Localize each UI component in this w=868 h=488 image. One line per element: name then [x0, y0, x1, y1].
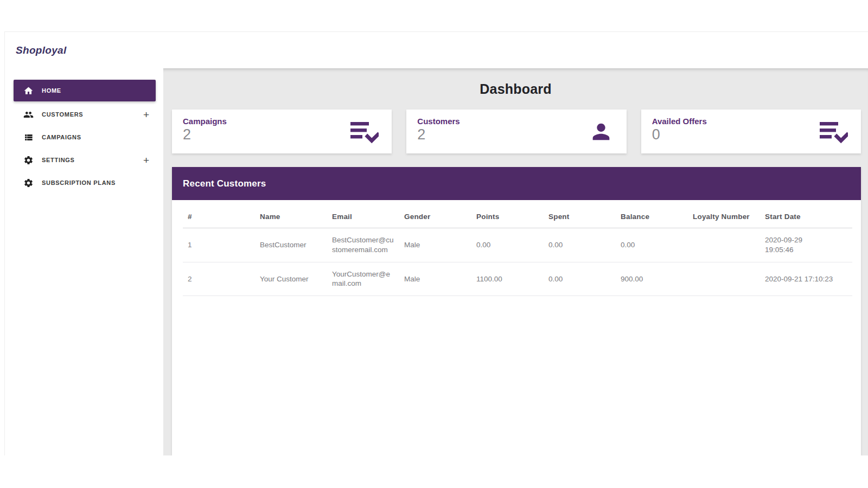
recent-customers-body: # Name Email Gender Points Spent Balance… [172, 200, 861, 455]
top-bar: Shoployal [5, 32, 868, 68]
list-icon [23, 132, 34, 143]
people-icon [23, 110, 34, 120]
sidebar-item-label: SETTINGS [42, 157, 75, 163]
stat-card-title: Customers [417, 117, 615, 126]
cell-gender: Male [399, 228, 471, 262]
stat-card-value: 2 [417, 127, 615, 143]
sidebar-item-label: SUBSCRIPTION PLANS [42, 179, 116, 186]
stat-card-customers[interactable]: Customers 2 [406, 110, 626, 153]
col-header-email: Email [327, 200, 399, 228]
stat-card-availed-offers[interactable]: Availed Offers 0 [641, 110, 861, 153]
sidebar-item-campaigns[interactable]: CAMPAIGNS [5, 126, 163, 149]
cell-email: YourCustomer@email.com [327, 262, 399, 296]
cell-spent: 0.00 [544, 262, 616, 296]
gear-icon [23, 178, 34, 188]
playlist-check-icon [820, 120, 848, 144]
table-header-row: # Name Email Gender Points Spent Balance… [183, 200, 852, 228]
col-header-points: Points [471, 200, 544, 228]
cell-points: 0.00 [471, 228, 544, 262]
cell-name: Your Customer [255, 262, 327, 296]
sidebar-item-label: HOME [42, 87, 61, 94]
cell-email: BestCustomer@customeremail.com [327, 228, 399, 262]
col-header-num: # [183, 200, 255, 228]
main-content: Dashboard Campaigns 2 Cus [163, 68, 868, 455]
table-row: 1 BestCustomer BestCustomer@customeremai… [183, 228, 852, 262]
col-header-balance: Balance [616, 200, 688, 228]
stat-cards: Campaigns 2 Customers 2 [172, 110, 861, 153]
cell-balance: 900.00 [616, 262, 688, 296]
expand-plus-icon[interactable]: + [143, 110, 149, 120]
panel-title: Recent Customers [183, 178, 266, 189]
app-window: Shoployal HOME CUSTOMERS + [4, 31, 868, 455]
sidebar-item-subscription-plans[interactable]: SUBSCRIPTION PLANS [5, 171, 163, 194]
cell-loyalty-number [688, 262, 760, 296]
recent-customers-header: Recent Customers [172, 167, 861, 200]
cell-num: 1 [183, 228, 255, 262]
sidebar-item-settings[interactable]: SETTINGS + [5, 149, 163, 171]
stat-card-campaigns[interactable]: Campaigns 2 [172, 110, 392, 153]
sidebar-item-home[interactable]: HOME [14, 80, 156, 101]
col-header-name: Name [255, 200, 327, 228]
cell-name: BestCustomer [255, 228, 327, 262]
col-header-spent: Spent [544, 200, 616, 228]
cell-gender: Male [399, 262, 471, 296]
cell-num: 2 [183, 262, 255, 296]
sidebar-item-customers[interactable]: CUSTOMERS + [5, 103, 163, 126]
person-icon [589, 119, 614, 144]
recent-customers-panel: Recent Customers # Name [172, 167, 861, 455]
cell-spent: 0.00 [544, 228, 616, 262]
table-row: 2 Your Customer YourCustomer@email.com M… [183, 262, 852, 296]
cell-balance: 0.00 [616, 228, 688, 262]
cell-start-date: 2020-09-29 19:05:46 [760, 228, 852, 262]
sidebar: HOME CUSTOMERS + CAMPAIGNS SETTINGS [5, 68, 163, 455]
cell-start-date: 2020-09-21 17:10:23 [760, 262, 852, 296]
page-title: Dashboard [163, 81, 868, 97]
playlist-check-icon [350, 120, 379, 144]
col-header-start-date: Start Date [760, 200, 852, 228]
customers-table: # Name Email Gender Points Spent Balance… [183, 200, 852, 296]
col-header-gender: Gender [399, 200, 471, 228]
gear-icon [23, 155, 34, 165]
home-icon [23, 86, 34, 96]
cell-loyalty-number [688, 228, 760, 262]
expand-plus-icon[interactable]: + [143, 155, 149, 165]
cell-points: 1100.00 [471, 262, 544, 296]
sidebar-item-label: CAMPAIGNS [42, 134, 81, 140]
sidebar-item-label: CUSTOMERS [42, 111, 83, 118]
app-logo[interactable]: Shoployal [16, 44, 67, 56]
col-header-loyalty-number: Loyalty Number [688, 200, 760, 228]
